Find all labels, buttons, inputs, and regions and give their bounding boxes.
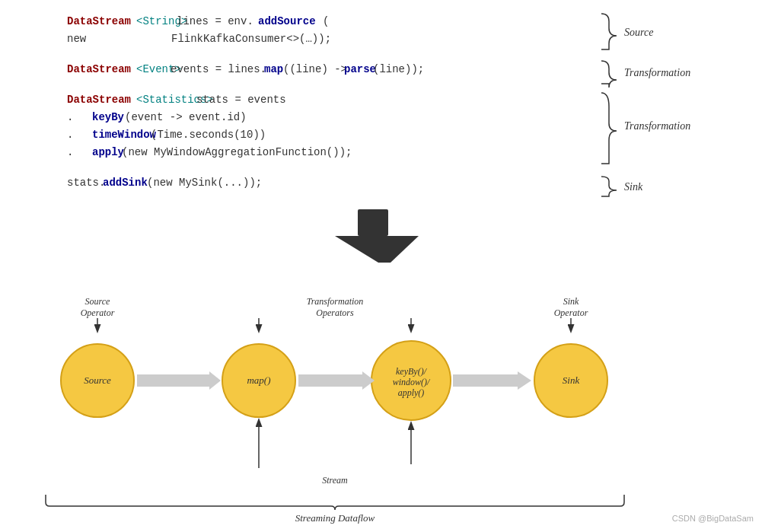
transformation-operators-label2: Operators: [316, 307, 354, 318]
transformation2-label: Transformation: [624, 120, 690, 132]
svg-text:lines = env.: lines = env.: [177, 15, 253, 27]
source-operator-label2: Operator: [81, 307, 115, 318]
svg-text:DataStream: DataStream: [67, 15, 131, 27]
source-label: Source: [624, 27, 653, 38]
source-node-label: Source: [84, 374, 111, 386]
svg-text:parse: parse: [344, 63, 376, 75]
svg-text:apply: apply: [92, 146, 125, 158]
arrow-window-sink: [453, 371, 531, 390]
arrow-source-map: [137, 371, 221, 390]
svg-text:(new MySink(...));: (new MySink(...));: [147, 177, 262, 189]
svg-text:.: .: [67, 111, 73, 123]
transformation1-brace: [601, 61, 617, 88]
svg-text:(new MyWindowAggregationFuncti: (new MyWindowAggregationFunction());: [122, 146, 352, 158]
stream-label: Stream: [322, 475, 348, 486]
source-brace: [601, 14, 617, 49]
svg-text:stats = events: stats = events: [196, 94, 286, 106]
svg-text:map: map: [264, 63, 283, 75]
svg-text:((line) ->: ((line) ->: [283, 63, 347, 75]
svg-text:(Time.seconds(10)): (Time.seconds(10)): [151, 129, 266, 141]
svg-text:addSource: addSource: [258, 15, 316, 27]
csdn-label: CSDN @BigDataSam: [672, 514, 754, 523]
bottom-brace: [46, 495, 624, 510]
window-node-label3: apply(): [398, 387, 425, 398]
svg-text:stats.: stats.: [67, 177, 105, 189]
transformation-operators-label: Transformation: [307, 296, 364, 307]
sink-node-label: Sink: [563, 374, 580, 386]
sink-label: Sink: [624, 181, 643, 193]
svg-text:FlinkKafkaConsumer<>(…));: FlinkKafkaConsumer<>(…));: [171, 33, 331, 45]
source-operator-label: Source: [85, 296, 111, 307]
window-node-label1: keyBy()/: [396, 366, 428, 377]
streaming-dataflow-label: Streaming Dataflow: [295, 512, 375, 524]
transformation1-label: Transformation: [624, 67, 690, 78]
svg-text:.: .: [67, 129, 73, 141]
svg-text:(event -> event.id): (event -> event.id): [125, 111, 247, 123]
sink-operator-label2: Operator: [554, 307, 588, 318]
arrow-body: [358, 209, 388, 236]
sink-brace: [601, 177, 617, 196]
svg-text:keyBy: keyBy: [92, 111, 125, 123]
arrow-head: [335, 236, 419, 263]
sink-operator-label: Sink: [563, 296, 579, 307]
svg-text:addSink: addSink: [103, 177, 148, 189]
svg-text:new: new: [67, 33, 87, 45]
svg-text:.: .: [67, 146, 73, 158]
svg-text:timeWindow: timeWindow: [92, 129, 157, 141]
transformation2-brace: [601, 93, 617, 164]
svg-text:DataStream: DataStream: [67, 94, 131, 106]
map-node-label: map(): [247, 374, 270, 386]
svg-text:(line));: (line));: [373, 63, 424, 75]
svg-text:events = lines.: events = lines.: [171, 63, 266, 75]
arrow-map-window: [298, 371, 375, 390]
svg-text:DataStream: DataStream: [67, 63, 131, 75]
window-node-label2: window()/: [393, 377, 431, 387]
svg-text:(: (: [323, 15, 329, 27]
